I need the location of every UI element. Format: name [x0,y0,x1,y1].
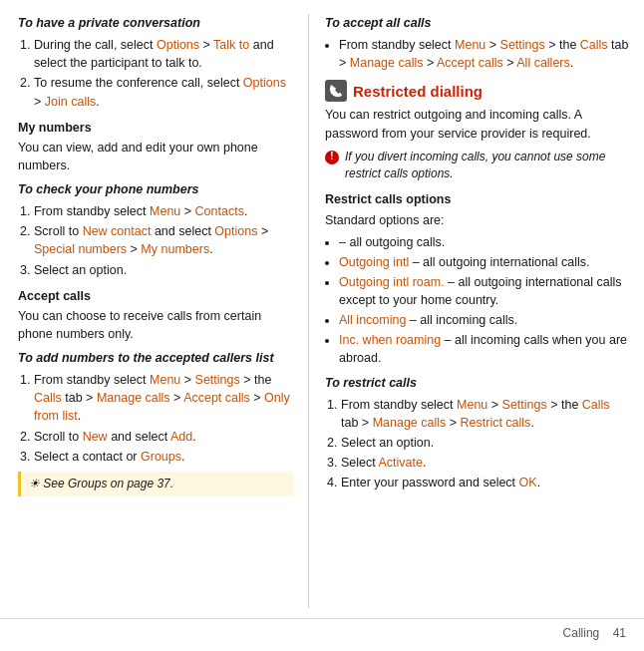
section2-body: You can view, add and edit your own phon… [18,139,294,174]
section1-steps: During the call, select Options > Talk t… [18,36,294,111]
section2-heading: My numbers [18,119,294,137]
manage-calls-link1: Manage calls [97,391,170,405]
menu-link2: Menu [150,373,180,387]
restricted-body: You can restrict outgoing and incoming c… [325,106,630,142]
settings-link3: Settings [502,398,547,412]
accept-calls-link2: Accept calls [437,56,503,70]
list-item: Enter your password and select OK. [341,474,630,491]
warning-box: ! If you divert incoming calls, you cann… [325,149,630,183]
section1-heading: To have a private conversation [18,14,294,32]
tip-text: See Groups on page 37. [43,477,173,490]
list-item: To resume the conference call, select Op… [34,74,294,110]
list-item: Outgoing intl – all outgoing internation… [339,253,630,271]
right-column: To accept all calls From standby select … [309,14,644,608]
accept-all-steps: From standby select Menu > Settings > th… [325,36,630,72]
outgoing-intl-roam-link: Outgoing intl roam. [339,275,445,289]
groups-link: Groups [141,450,181,464]
list-item: Scroll to New and select Add. [34,428,294,446]
calls-tab-link2: Calls [580,38,608,52]
list-item: During the call, select Options > Talk t… [34,36,294,72]
new-contact-link: New contact [83,224,152,238]
calls-tab-link3: Calls [582,398,610,412]
joincalls-link: Join calls [45,95,96,109]
all-incoming-link: All incoming [339,313,406,327]
section4-heading: Accept calls [18,287,294,305]
list-item: From standby select Menu > Contacts. [34,202,294,220]
menu-link3: Menu [455,38,485,52]
warning-icon: ! [325,151,339,164]
activate-link: Activate [379,456,423,470]
restrict-calls-heading: To restrict calls [325,374,630,392]
options-link3: Options [214,224,257,238]
restrict-calls-link: Restrict calls [461,416,531,430]
list-item: Scroll to New contact and select Options… [34,222,294,258]
section5-heading: To add numbers to the accepted callers l… [18,349,294,367]
talkto-link: Talk to [213,38,249,52]
tip-icon: ☀ [29,477,40,490]
section4-body: You can choose to receive calls from cer… [18,307,294,343]
manage-calls-link3: Manage calls [373,416,447,430]
restricted-dialling-title: Restricted dialling [353,81,483,103]
restricted-dialling-icon [325,80,347,102]
warning-text: If you divert incoming calls, you cannot… [345,149,630,183]
list-item: Select an option. [341,434,630,452]
contacts-link: Contacts [195,204,244,218]
restrict-calls-steps: From standby select Menu > Settings > th… [325,396,630,492]
all-callers-link: All callers [516,56,570,70]
outgoing-intl-link: Outgoing intl [339,255,409,269]
list-item: Outgoing intl roam. – all outgoing inter… [339,273,630,309]
page-container: To have a private conversation During th… [0,0,644,618]
list-item: From standby select Menu > Settings > th… [34,371,294,425]
menu-link1: Menu [150,204,180,218]
section3-heading: To check your phone numbers [18,180,294,198]
manage-calls-link2: Manage calls [350,56,424,70]
section3-steps: From standby select Menu > Contacts. Scr… [18,202,294,279]
settings-link1: Settings [195,373,240,387]
list-item: From standby select Menu > Settings > th… [341,396,630,432]
restrict-options-list: – all outgoing calls. Outgoing intl – al… [325,233,630,368]
inc-when-roaming-link: Inc. when roaming [339,333,441,347]
list-item: All incoming – all incoming calls. [339,311,630,329]
section5-steps: From standby select Menu > Settings > th… [18,371,294,466]
list-item: Select Activate. [341,454,630,472]
menu-link4: Menu [457,398,487,412]
special-numbers-link: Special numbers [34,242,127,256]
accept-all-heading: To accept all calls [325,14,630,32]
add-link: Add [170,430,192,444]
list-item: Inc. when roaming – all incoming calls w… [339,331,630,367]
accept-calls-link: Accept calls [183,391,250,405]
settings-link2: Settings [500,38,545,52]
footer-page: 41 [613,626,626,640]
list-item: Select a contact or Groups. [34,448,294,466]
list-item: Select an option. [34,261,294,279]
left-column: To have a private conversation During th… [0,14,309,608]
footer-label: Calling [563,626,600,640]
ok-link: OK [519,476,537,489]
footer: Calling 41 [0,618,644,650]
calls-tab-link1: Calls [34,391,62,405]
options-link2: Options [243,76,286,90]
list-item: From standby select Menu > Settings > th… [339,36,630,72]
phone-icon [329,84,343,98]
my-numbers-link: My numbers [141,242,209,256]
restrict-options-subheading: Standard options are: [325,211,630,229]
list-item: – all outgoing calls. [339,233,630,251]
new-link: New [83,430,108,444]
restricted-header: Restricted dialling [325,80,630,102]
options-link1: Options [157,38,199,52]
restrict-options-heading: Restrict calls options [325,190,630,208]
tip-box: ☀ See Groups on page 37. [18,472,294,496]
